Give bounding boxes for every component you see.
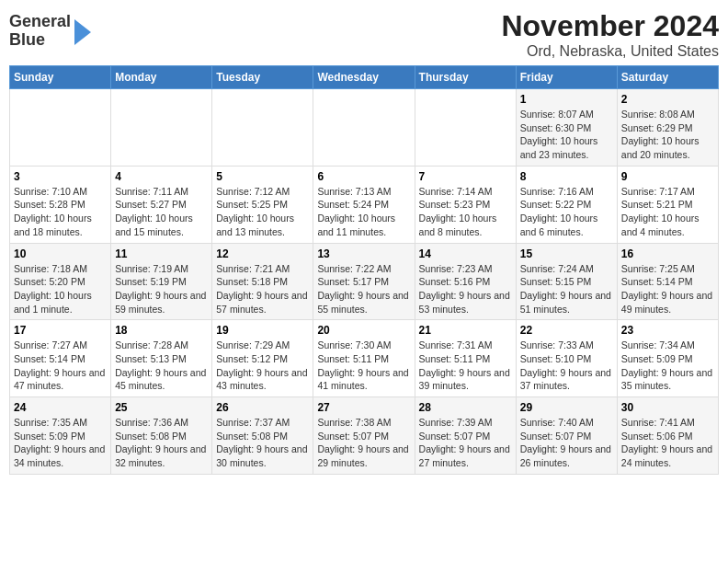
day-info: Sunrise: 7:16 AM Sunset: 5:22 PM Dayligh… xyxy=(520,185,613,239)
calendar-cell: 1Sunrise: 8:07 AM Sunset: 6:30 PM Daylig… xyxy=(516,89,617,167)
day-number: 12 xyxy=(216,247,309,260)
calendar-body: 1Sunrise: 8:07 AM Sunset: 6:30 PM Daylig… xyxy=(10,89,719,475)
day-info: Sunrise: 7:19 AM Sunset: 5:19 PM Dayligh… xyxy=(115,262,208,316)
day-info: Sunrise: 7:36 AM Sunset: 5:08 PM Dayligh… xyxy=(115,416,208,470)
calendar-cell: 26Sunrise: 7:37 AM Sunset: 5:08 PM Dayli… xyxy=(212,397,313,475)
logo-arrow-icon xyxy=(74,19,91,45)
calendar-cell: 3Sunrise: 7:10 AM Sunset: 5:28 PM Daylig… xyxy=(10,166,111,243)
calendar-week-5: 24Sunrise: 7:35 AM Sunset: 5:09 PM Dayli… xyxy=(10,397,719,475)
calendar-cell: 24Sunrise: 7:35 AM Sunset: 5:09 PM Dayli… xyxy=(10,397,111,475)
logo: General Blue xyxy=(9,13,91,50)
day-info: Sunrise: 7:28 AM Sunset: 5:13 PM Dayligh… xyxy=(115,339,208,393)
calendar-cell: 9Sunrise: 7:17 AM Sunset: 5:21 PM Daylig… xyxy=(617,166,718,243)
day-info: Sunrise: 7:24 AM Sunset: 5:15 PM Dayligh… xyxy=(520,262,613,316)
day-number: 17 xyxy=(14,324,107,337)
calendar-cell: 13Sunrise: 7:22 AM Sunset: 5:17 PM Dayli… xyxy=(313,243,415,320)
day-number: 16 xyxy=(621,247,714,260)
calendar-cell xyxy=(111,89,212,167)
calendar-cell: 20Sunrise: 7:30 AM Sunset: 5:11 PM Dayli… xyxy=(313,320,415,397)
calendar-cell: 2Sunrise: 8:08 AM Sunset: 6:29 PM Daylig… xyxy=(617,89,718,167)
calendar-cell: 4Sunrise: 7:11 AM Sunset: 5:27 PM Daylig… xyxy=(111,166,212,243)
day-info: Sunrise: 7:23 AM Sunset: 5:16 PM Dayligh… xyxy=(419,262,512,316)
calendar-cell: 30Sunrise: 7:41 AM Sunset: 5:06 PM Dayli… xyxy=(617,397,718,475)
calendar-cell: 23Sunrise: 7:34 AM Sunset: 5:09 PM Dayli… xyxy=(617,320,718,397)
day-info: Sunrise: 7:35 AM Sunset: 5:09 PM Dayligh… xyxy=(14,416,107,470)
day-info: Sunrise: 7:18 AM Sunset: 5:20 PM Dayligh… xyxy=(14,262,107,316)
calendar-cell: 7Sunrise: 7:14 AM Sunset: 5:23 PM Daylig… xyxy=(415,166,516,243)
column-header-friday: Friday xyxy=(516,66,617,89)
day-info: Sunrise: 7:10 AM Sunset: 5:28 PM Dayligh… xyxy=(14,185,107,239)
day-info: Sunrise: 7:39 AM Sunset: 5:07 PM Dayligh… xyxy=(419,416,512,470)
day-info: Sunrise: 7:25 AM Sunset: 5:14 PM Dayligh… xyxy=(621,262,714,316)
calendar-cell: 29Sunrise: 7:40 AM Sunset: 5:07 PM Dayli… xyxy=(516,397,617,475)
day-number: 6 xyxy=(317,170,410,183)
logo-line1: General xyxy=(9,13,71,31)
day-info: Sunrise: 7:34 AM Sunset: 5:09 PM Dayligh… xyxy=(621,339,714,393)
calendar-cell xyxy=(10,89,111,167)
calendar-week-1: 1Sunrise: 8:07 AM Sunset: 6:30 PM Daylig… xyxy=(10,89,719,167)
calendar-cell: 27Sunrise: 7:38 AM Sunset: 5:07 PM Dayli… xyxy=(313,397,415,475)
column-header-monday: Monday xyxy=(111,66,212,89)
calendar-cell: 15Sunrise: 7:24 AM Sunset: 5:15 PM Dayli… xyxy=(516,243,617,320)
title-block: November 2024 Ord, Nebraska, United Stat… xyxy=(501,9,719,60)
day-number: 14 xyxy=(419,247,512,260)
day-info: Sunrise: 7:14 AM Sunset: 5:23 PM Dayligh… xyxy=(419,185,512,239)
day-number: 9 xyxy=(621,170,714,183)
day-number: 5 xyxy=(216,170,309,183)
day-number: 21 xyxy=(419,324,512,337)
day-info: Sunrise: 7:41 AM Sunset: 5:06 PM Dayligh… xyxy=(621,416,714,470)
column-header-saturday: Saturday xyxy=(617,66,718,89)
day-info: Sunrise: 7:27 AM Sunset: 5:14 PM Dayligh… xyxy=(14,339,107,393)
day-number: 7 xyxy=(419,170,512,183)
calendar-cell: 17Sunrise: 7:27 AM Sunset: 5:14 PM Dayli… xyxy=(10,320,111,397)
day-info: Sunrise: 7:12 AM Sunset: 5:25 PM Dayligh… xyxy=(216,185,309,239)
day-number: 23 xyxy=(621,324,714,337)
day-number: 3 xyxy=(14,170,107,183)
calendar-cell xyxy=(415,89,516,167)
column-header-thursday: Thursday xyxy=(415,66,516,89)
calendar-cell: 10Sunrise: 7:18 AM Sunset: 5:20 PM Dayli… xyxy=(10,243,111,320)
day-number: 26 xyxy=(216,401,309,414)
column-header-wednesday: Wednesday xyxy=(313,66,415,89)
calendar-cell: 16Sunrise: 7:25 AM Sunset: 5:14 PM Dayli… xyxy=(617,243,718,320)
calendar-week-2: 3Sunrise: 7:10 AM Sunset: 5:28 PM Daylig… xyxy=(10,166,719,243)
day-number: 29 xyxy=(520,401,613,414)
calendar-cell xyxy=(313,89,415,167)
day-number: 13 xyxy=(317,247,410,260)
page-title: November 2024 xyxy=(501,9,719,43)
calendar-week-3: 10Sunrise: 7:18 AM Sunset: 5:20 PM Dayli… xyxy=(10,243,719,320)
day-number: 4 xyxy=(115,170,208,183)
day-number: 22 xyxy=(520,324,613,337)
day-number: 11 xyxy=(115,247,208,260)
logo-line2: Blue xyxy=(9,31,71,50)
day-info: Sunrise: 7:37 AM Sunset: 5:08 PM Dayligh… xyxy=(216,416,309,470)
calendar-cell: 11Sunrise: 7:19 AM Sunset: 5:19 PM Dayli… xyxy=(111,243,212,320)
day-info: Sunrise: 7:17 AM Sunset: 5:21 PM Dayligh… xyxy=(621,185,714,239)
day-number: 20 xyxy=(317,324,410,337)
calendar-cell: 21Sunrise: 7:31 AM Sunset: 5:11 PM Dayli… xyxy=(415,320,516,397)
day-number: 1 xyxy=(520,93,613,106)
day-number: 15 xyxy=(520,247,613,260)
day-number: 18 xyxy=(115,324,208,337)
calendar-cell: 6Sunrise: 7:13 AM Sunset: 5:24 PM Daylig… xyxy=(313,166,415,243)
calendar-header: SundayMondayTuesdayWednesdayThursdayFrid… xyxy=(10,66,719,89)
day-info: Sunrise: 7:33 AM Sunset: 5:10 PM Dayligh… xyxy=(520,339,613,393)
calendar-cell: 19Sunrise: 7:29 AM Sunset: 5:12 PM Dayli… xyxy=(212,320,313,397)
calendar-cell xyxy=(212,89,313,167)
calendar-cell: 5Sunrise: 7:12 AM Sunset: 5:25 PM Daylig… xyxy=(212,166,313,243)
day-info: Sunrise: 7:22 AM Sunset: 5:17 PM Dayligh… xyxy=(317,262,410,316)
page-subtitle: Ord, Nebraska, United States xyxy=(501,43,719,60)
day-number: 30 xyxy=(621,401,714,414)
day-number: 19 xyxy=(216,324,309,337)
day-info: Sunrise: 7:29 AM Sunset: 5:12 PM Dayligh… xyxy=(216,339,309,393)
day-number: 10 xyxy=(14,247,107,260)
day-info: Sunrise: 7:13 AM Sunset: 5:24 PM Dayligh… xyxy=(317,185,410,239)
day-number: 2 xyxy=(621,93,714,106)
day-info: Sunrise: 7:40 AM Sunset: 5:07 PM Dayligh… xyxy=(520,416,613,470)
day-info: Sunrise: 7:21 AM Sunset: 5:18 PM Dayligh… xyxy=(216,262,309,316)
day-number: 24 xyxy=(14,401,107,414)
calendar-week-4: 17Sunrise: 7:27 AM Sunset: 5:14 PM Dayli… xyxy=(10,320,719,397)
column-header-sunday: Sunday xyxy=(10,66,111,89)
day-info: Sunrise: 7:11 AM Sunset: 5:27 PM Dayligh… xyxy=(115,185,208,239)
logo-text: General Blue xyxy=(9,13,71,50)
